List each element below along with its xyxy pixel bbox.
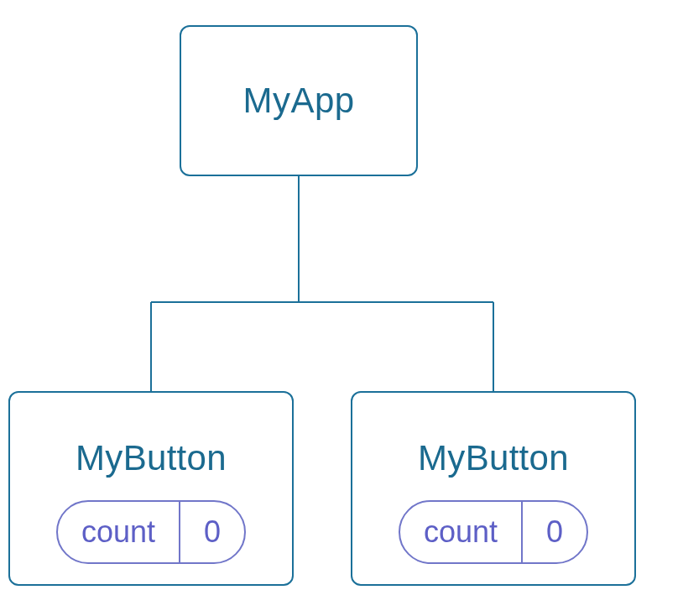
root-node-label: MyApp	[242, 81, 354, 121]
child-right-count-label: count	[400, 502, 523, 562]
child-node-right-label: MyButton	[418, 438, 569, 478]
child-node-left: MyButton count 0	[8, 391, 294, 586]
child-node-right: MyButton count 0	[351, 391, 636, 586]
child-right-state-pill: count 0	[399, 500, 588, 564]
child-left-count-value: 0	[180, 502, 244, 562]
root-node-myapp: MyApp	[180, 25, 418, 176]
child-node-left-label: MyButton	[76, 438, 227, 478]
child-left-count-label: count	[58, 502, 180, 562]
child-left-state-pill: count 0	[56, 500, 246, 564]
child-right-count-value: 0	[523, 502, 587, 562]
